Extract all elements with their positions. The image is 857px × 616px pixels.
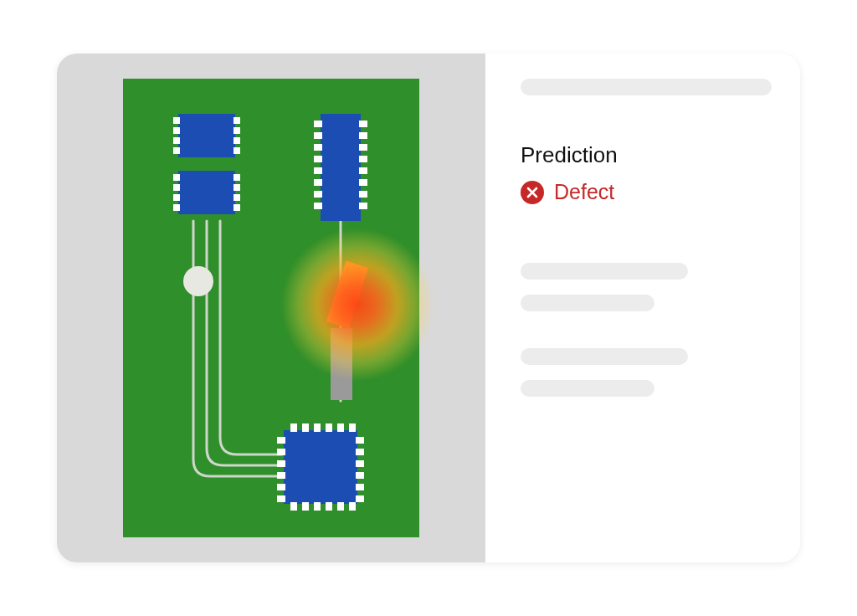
svg-rect-56 xyxy=(277,449,285,455)
svg-rect-49 xyxy=(290,502,297,511)
pcb-illustration xyxy=(123,79,419,537)
svg-rect-33 xyxy=(359,132,367,139)
svg-rect-25 xyxy=(314,132,322,139)
svg-rect-11 xyxy=(233,127,240,134)
svg-rect-52 xyxy=(326,502,332,511)
svg-rect-16 xyxy=(173,184,180,191)
svg-rect-30 xyxy=(314,191,322,198)
svg-rect-42 xyxy=(284,430,357,504)
svg-rect-6 xyxy=(173,117,180,124)
svg-rect-58 xyxy=(277,472,285,479)
svg-rect-60 xyxy=(277,495,285,502)
placeholder-line xyxy=(521,380,654,397)
svg-rect-62 xyxy=(356,449,364,455)
svg-rect-18 xyxy=(173,204,180,211)
svg-rect-27 xyxy=(314,156,322,162)
prediction-heading: Prediction xyxy=(521,142,775,168)
svg-rect-39 xyxy=(359,203,367,209)
svg-rect-14 xyxy=(178,171,235,214)
svg-rect-9 xyxy=(173,147,180,154)
svg-rect-51 xyxy=(314,502,321,511)
svg-rect-45 xyxy=(314,424,321,432)
svg-rect-63 xyxy=(356,460,364,467)
svg-rect-24 xyxy=(314,121,322,127)
svg-rect-65 xyxy=(356,484,364,490)
svg-rect-29 xyxy=(314,179,322,186)
svg-rect-17 xyxy=(173,194,180,201)
svg-rect-64 xyxy=(356,472,364,479)
svg-rect-47 xyxy=(337,424,344,432)
placeholder-line xyxy=(521,348,688,365)
details-pane: Prediction Defect xyxy=(485,54,800,562)
svg-point-4 xyxy=(183,266,213,296)
svg-rect-10 xyxy=(233,117,240,124)
svg-rect-3 xyxy=(123,79,419,537)
image-pane xyxy=(57,54,485,562)
svg-rect-35 xyxy=(359,156,367,162)
svg-rect-38 xyxy=(359,191,367,198)
svg-rect-12 xyxy=(233,137,240,144)
prediction-label: Defect xyxy=(554,180,614,204)
svg-rect-26 xyxy=(314,144,322,151)
placeholder-line xyxy=(521,295,654,311)
svg-rect-50 xyxy=(302,502,309,511)
placeholder-line xyxy=(521,79,772,95)
svg-rect-43 xyxy=(290,424,297,432)
svg-rect-23 xyxy=(321,114,361,221)
svg-rect-57 xyxy=(277,460,285,467)
placeholder-line xyxy=(521,263,688,280)
svg-rect-21 xyxy=(233,194,240,201)
pcb-board-icon xyxy=(123,79,419,537)
svg-rect-53 xyxy=(337,502,344,511)
svg-rect-48 xyxy=(349,424,356,432)
svg-rect-66 xyxy=(356,495,364,502)
result-card: Prediction Defect xyxy=(57,54,800,562)
svg-rect-28 xyxy=(314,167,322,174)
svg-rect-31 xyxy=(314,203,322,209)
svg-rect-55 xyxy=(277,437,285,444)
svg-rect-59 xyxy=(277,484,285,490)
svg-rect-37 xyxy=(359,179,367,186)
svg-rect-46 xyxy=(326,424,332,432)
svg-rect-40 xyxy=(331,328,352,400)
svg-rect-32 xyxy=(359,121,367,127)
svg-rect-7 xyxy=(173,127,180,134)
svg-rect-8 xyxy=(173,137,180,144)
svg-rect-34 xyxy=(359,144,367,151)
svg-rect-20 xyxy=(233,184,240,191)
svg-rect-13 xyxy=(233,147,240,154)
svg-rect-22 xyxy=(233,204,240,211)
svg-rect-15 xyxy=(173,174,180,181)
svg-rect-61 xyxy=(356,437,364,444)
svg-rect-54 xyxy=(349,502,356,511)
svg-rect-36 xyxy=(359,167,367,174)
svg-rect-19 xyxy=(233,174,240,181)
svg-rect-44 xyxy=(302,424,309,432)
prediction-result: Defect xyxy=(521,180,775,204)
svg-rect-5 xyxy=(178,114,235,157)
x-circle-icon xyxy=(521,181,544,204)
